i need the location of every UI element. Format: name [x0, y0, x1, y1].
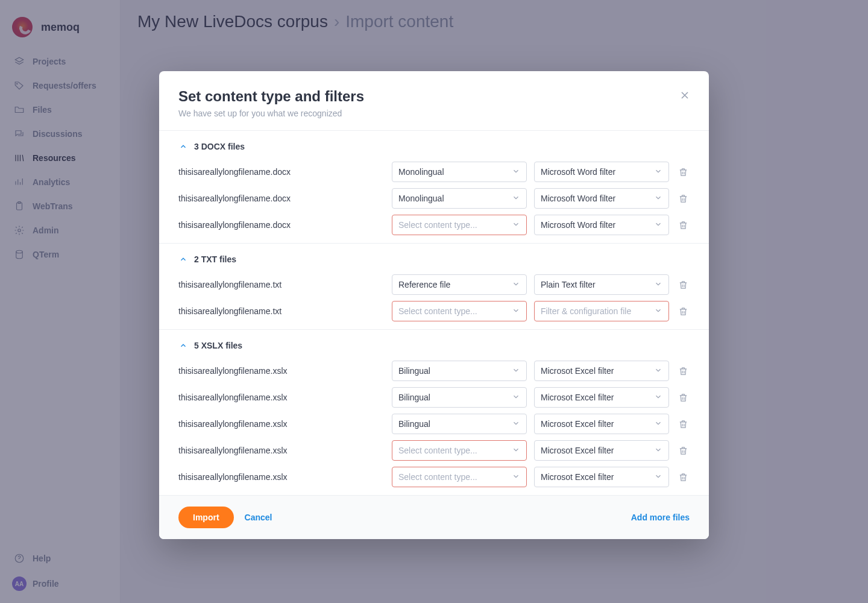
filename: thisisareallylongfilename.docx — [178, 220, 385, 230]
filename: thisisareallylongfilename.xslx — [178, 393, 385, 402]
filename: thisisareallylongfilename.txt — [178, 280, 385, 289]
select-value: Monolingual — [398, 194, 444, 203]
group-header[interactable]: 5 XSLX files — [159, 338, 709, 358]
add-more-files-button[interactable]: Add more files — [631, 513, 690, 522]
modal-title: Set content type and filters — [178, 88, 690, 105]
select-value: Plain Text filter — [541, 280, 596, 289]
chevron-down-icon — [512, 393, 520, 403]
delete-row-button[interactable] — [676, 364, 690, 377]
content-type-select[interactable]: Monolingual — [392, 162, 527, 182]
chevron-down-icon — [654, 446, 662, 456]
group-title: 3 DOCX files — [194, 142, 245, 151]
filter-select[interactable]: Microsot Excel filter — [534, 467, 669, 487]
select-value: Monolingual — [398, 167, 444, 177]
file-group: 5 XSLX filesthisisareallylongfilename.xs… — [159, 329, 709, 495]
delete-row-button[interactable] — [676, 470, 690, 484]
trash-icon — [678, 220, 688, 230]
modal-body: 3 DOCX filesthisisareallylongfilename.do… — [159, 130, 709, 495]
content-type-select[interactable]: Select content type... — [392, 467, 527, 487]
select-value: Reference file — [398, 280, 450, 289]
content-type-select[interactable]: Bilingual — [392, 387, 527, 408]
trash-icon — [678, 306, 688, 317]
close-button[interactable] — [676, 87, 693, 104]
trash-icon — [678, 446, 688, 456]
trash-icon — [678, 419, 688, 429]
file-row: thisisareallylongfilename.docxMonolingua… — [159, 159, 709, 185]
chevron-down-icon — [654, 306, 662, 317]
filter-select[interactable]: Microsoft Word filter — [534, 215, 669, 235]
select-value: Bilingual — [398, 419, 430, 429]
filename: thisisareallylongfilename.xslx — [178, 419, 385, 429]
group-title: 5 XSLX files — [194, 341, 242, 350]
delete-row-button[interactable] — [676, 444, 690, 457]
filter-select[interactable]: Microsot Excel filter — [534, 414, 669, 434]
content-type-select[interactable]: Monolingual — [392, 188, 527, 209]
filename: thisisareallylongfilename.docx — [178, 167, 385, 177]
filter-select[interactable]: Microsoft Word filter — [534, 188, 669, 209]
select-value: Microsot Excel filter — [541, 366, 614, 376]
chevron-down-icon — [512, 280, 520, 290]
chevron-down-icon — [654, 419, 662, 429]
select-value: Bilingual — [398, 393, 430, 402]
delete-row-button[interactable] — [676, 278, 690, 291]
group-header[interactable]: 3 DOCX files — [159, 139, 709, 159]
close-icon — [679, 89, 691, 101]
content-type-select[interactable]: Select content type... — [392, 215, 527, 235]
filter-select[interactable]: Filter & configuration file — [534, 301, 669, 321]
file-row: thisisareallylongfilename.xslxSelect con… — [159, 464, 709, 490]
modal-backdrop[interactable]: Set content type and filters We have set… — [0, 0, 868, 603]
select-value: Microsoft Word filter — [541, 194, 615, 203]
filename: thisisareallylongfilename.xslx — [178, 366, 385, 376]
content-type-select[interactable]: Select content type... — [392, 301, 527, 321]
delete-row-button[interactable] — [676, 417, 690, 431]
group-title: 2 TXT files — [194, 254, 236, 264]
modal-header: Set content type and filters We have set… — [159, 71, 709, 130]
content-type-modal: Set content type and filters We have set… — [159, 71, 709, 539]
select-value: Bilingual — [398, 366, 430, 376]
content-type-select[interactable]: Select content type... — [392, 440, 527, 461]
chevron-down-icon — [654, 280, 662, 290]
modal-subtitle: We have set up for you what we recognize… — [178, 109, 690, 118]
delete-row-button[interactable] — [676, 391, 690, 404]
delete-row-button[interactable] — [676, 192, 690, 205]
file-row: thisisareallylongfilename.xslxSelect con… — [159, 437, 709, 464]
import-button[interactable]: Import — [178, 507, 234, 528]
select-value: Select content type... — [398, 306, 477, 316]
select-value: Microsoft Word filter — [541, 167, 615, 177]
file-row: thisisareallylongfilename.xslxBilingualM… — [159, 358, 709, 384]
content-type-select[interactable]: Bilingual — [392, 361, 527, 381]
content-type-select[interactable]: Bilingual — [392, 414, 527, 434]
chevron-down-icon — [512, 472, 520, 482]
chevron-down-icon — [654, 393, 662, 403]
cancel-button[interactable]: Cancel — [245, 513, 272, 522]
file-row: thisisareallylongfilename.docxMonolingua… — [159, 185, 709, 212]
content-type-select[interactable]: Reference file — [392, 274, 527, 295]
filename: thisisareallylongfilename.xslx — [178, 472, 385, 482]
modal-footer: Import Cancel Add more files — [159, 495, 709, 539]
delete-row-button[interactable] — [676, 305, 690, 318]
file-row: thisisareallylongfilename.txtReference f… — [159, 271, 709, 298]
group-header[interactable]: 2 TXT files — [159, 252, 709, 271]
delete-row-button[interactable] — [676, 165, 690, 178]
file-row: thisisareallylongfilename.txtSelect cont… — [159, 298, 709, 324]
chevron-down-icon — [654, 220, 662, 230]
trash-icon — [678, 167, 688, 177]
chevron-down-icon — [512, 167, 520, 177]
trash-icon — [678, 393, 688, 403]
filter-select[interactable]: Plain Text filter — [534, 274, 669, 295]
file-row: thisisareallylongfilename.docxSelect con… — [159, 212, 709, 238]
chevron-down-icon — [654, 167, 662, 177]
file-row: thisisareallylongfilename.xslxBilingualM… — [159, 384, 709, 411]
filter-select[interactable]: Microsot Excel filter — [534, 440, 669, 461]
select-value: Microsot Excel filter — [541, 419, 614, 429]
filename: thisisareallylongfilename.xslx — [178, 446, 385, 455]
chevron-down-icon — [654, 472, 662, 482]
select-value: Filter & configuration file — [541, 306, 631, 316]
delete-row-button[interactable] — [676, 218, 690, 232]
chevron-down-icon — [512, 419, 520, 429]
filter-select[interactable]: Microsoft Word filter — [534, 162, 669, 182]
filter-select[interactable]: Microsot Excel filter — [534, 387, 669, 408]
select-value: Select content type... — [398, 446, 477, 455]
filter-select[interactable]: Microsot Excel filter — [534, 361, 669, 381]
trash-icon — [678, 366, 688, 376]
